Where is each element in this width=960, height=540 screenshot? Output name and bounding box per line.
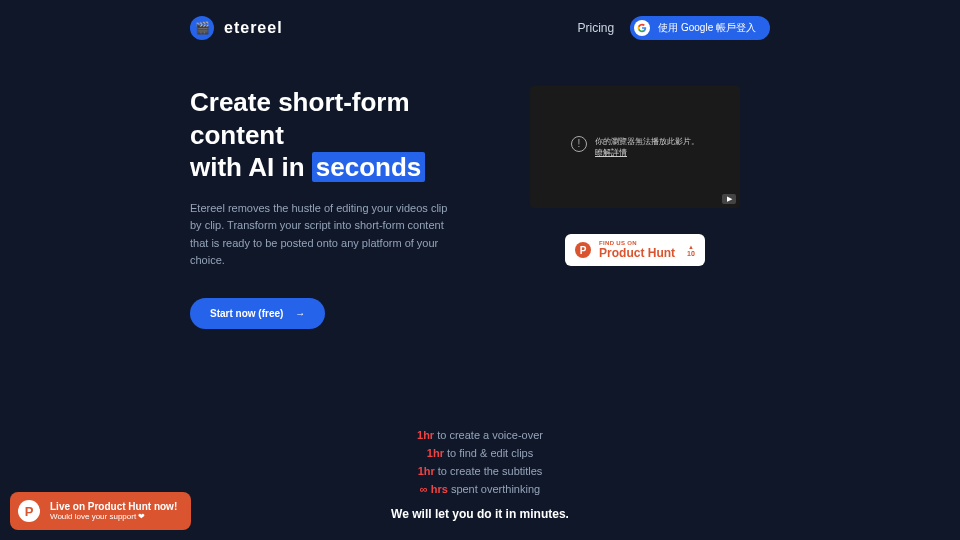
logo-text: etereel — [224, 19, 283, 37]
start-now-button[interactable]: Start now (free) → — [190, 298, 325, 329]
youtube-icon: ▶ — [722, 194, 736, 204]
google-icon — [634, 20, 650, 36]
ph-float-title: Live on Product Hunt now! — [50, 501, 177, 512]
product-hunt-float-text: Live on Product Hunt now! Would love you… — [50, 501, 177, 521]
ph-upvote-count: 10 — [687, 250, 695, 257]
hero-title-highlight: seconds — [312, 152, 426, 182]
video-error-link[interactable]: 瞭解詳情 — [595, 147, 699, 158]
ph-float-subtitle: Would love your support ❤ — [50, 512, 177, 521]
ph-big-text: Product Hunt — [599, 246, 675, 260]
hero-description: Etereel removes the hustle of editing yo… — [190, 200, 460, 270]
google-login-text: 使用 Google 帳戶登入 — [658, 21, 756, 35]
hero-left: Create short-form content with AI in sec… — [190, 86, 460, 329]
product-hunt-logo-icon: P — [575, 242, 591, 258]
ph-upvote: ▲ 10 — [687, 244, 695, 257]
mid-line-0: 1hr to create a voice-over — [0, 429, 960, 441]
logo[interactable]: 🎬 etereel — [190, 16, 283, 40]
hero-title-line1: Create short-form content — [190, 87, 410, 150]
video-error: ! 你的瀏覽器無法播放此影片。 瞭解詳情 — [571, 136, 699, 158]
arrow-right-icon: → — [295, 308, 305, 319]
mid-line-1: 1hr to find & edit clips — [0, 447, 960, 459]
product-hunt-float-banner[interactable]: P Live on Product Hunt now! Would love y… — [10, 492, 191, 530]
video-placeholder[interactable]: ! 你的瀏覽器無法播放此影片。 瞭解詳情 ▶ — [530, 86, 740, 208]
mid-line-2: 1hr to create the subtitles — [0, 465, 960, 477]
hero-section: Create short-form content with AI in sec… — [0, 56, 960, 329]
header: 🎬 etereel Pricing 使用 Google 帳戶登入 — [0, 0, 960, 56]
video-error-line1: 你的瀏覽器無法播放此影片。 — [595, 136, 699, 147]
hero-title-line2-pre: with AI in — [190, 152, 312, 182]
start-button-label: Start now (free) — [210, 308, 283, 319]
product-hunt-text: FIND US ON Product Hunt — [599, 240, 675, 260]
logo-icon: 🎬 — [190, 16, 214, 40]
pricing-link[interactable]: Pricing — [578, 21, 615, 35]
hero-right: ! 你的瀏覽器無法播放此影片。 瞭解詳情 ▶ P FIND US ON Prod… — [500, 86, 770, 329]
hero-title: Create short-form content with AI in sec… — [190, 86, 460, 184]
header-right: Pricing 使用 Google 帳戶登入 — [578, 16, 771, 40]
product-hunt-float-icon: P — [18, 500, 40, 522]
info-icon: ! — [571, 136, 587, 152]
video-error-text: 你的瀏覽器無法播放此影片。 瞭解詳情 — [595, 136, 699, 158]
google-login-button[interactable]: 使用 Google 帳戶登入 — [630, 16, 770, 40]
product-hunt-badge[interactable]: P FIND US ON Product Hunt ▲ 10 — [565, 234, 705, 266]
